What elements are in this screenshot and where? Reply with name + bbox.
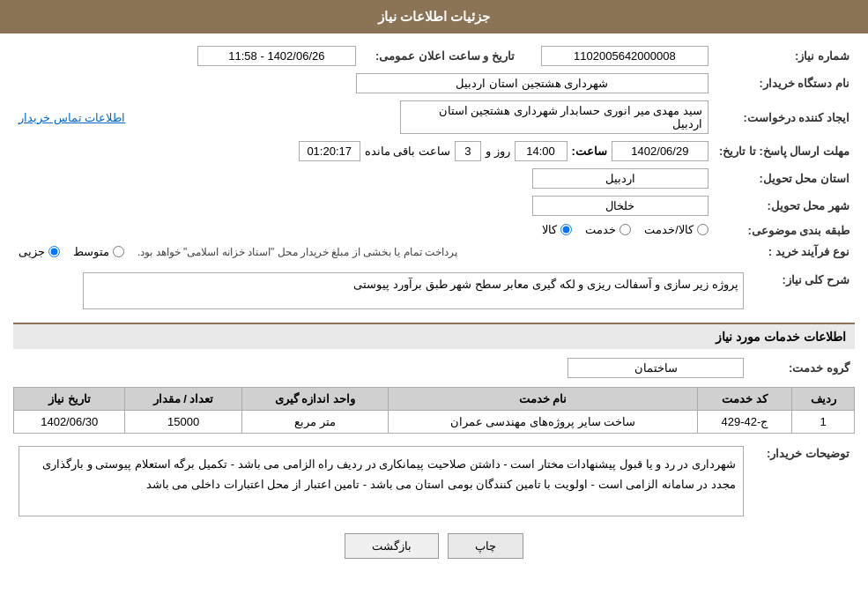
service-group-label: گروه خدمت: [749,354,855,382]
category-label: طبقه بندی موضوعی: [714,219,855,241]
need-number-value: 1102005642000008 [541,46,708,66]
contact-link[interactable]: اطلاعات تماس خریدار [19,111,125,124]
col-unit: واحد اندازه گیری [241,388,389,411]
deadline-time-label: ساعت: [572,145,607,158]
province-value: اردبیل [532,168,708,189]
need-number-label: شماره نیاز: [714,42,855,70]
need-description-textarea[interactable] [83,272,744,309]
buttons-row: چاپ بازگشت [13,533,855,559]
deadline-days: 3 [455,141,481,161]
deadline-date: 1402/06/29 [612,141,708,161]
deadline-days-label: روز و [486,145,510,158]
col-quantity: تعداد / مقدار [125,388,241,411]
city-value: خلخال [532,196,708,216]
city-label: شهر محل تحویل: [714,192,855,219]
buyer-org-value: شهرداری هشتجین استان اردبیل [356,73,708,93]
page-title: جزئیات اطلاعات نیاز [378,9,490,24]
purchase-type-jozi[interactable]: جزیی [19,245,60,258]
need-description-label: شرح کلی نیاز: [749,269,855,316]
table-row: 1ج-42-429ساخت سایر پروژه‌های مهندسی عمرا… [14,411,855,434]
purchase-type-label: نوع فرآیند خرید : [714,241,855,262]
deadline-remaining: 01:20:17 [299,141,360,161]
back-button[interactable]: بازگشت [345,533,439,559]
creator-value: سید مهدی میر انوری حسابدار شهرداری هشتجی… [400,100,708,134]
services-table: ردیف کد خدمت نام خدمت واحد اندازه گیری ت… [13,387,855,434]
announce-date-label: تاریخ و ساعت اعلان عمومی: [361,42,520,70]
col-service-code: کد خدمت [697,388,792,411]
purchase-type-radio-group: متوسط جزیی [19,245,124,258]
category-option-khedmat[interactable]: خدمت [585,223,631,236]
services-section-header: اطلاعات خدمات مورد نیاز [13,323,855,349]
announce-date-value: 1402/06/26 - 11:58 [197,46,356,66]
notes-label: توضیحات خریدار: [749,442,855,520]
service-group-value: ساختمان [568,358,744,378]
col-date: تاریخ نیاز [14,388,125,411]
deadline-time: 14:00 [515,141,568,161]
print-button[interactable]: چاپ [448,533,523,559]
notes-value: شهرداری در رد و یا قبول پیشنهادات مختار … [19,446,744,516]
deadline-label: مهلت ارسال پاسخ: تا تاریخ: [714,137,855,165]
notes-text: شهرداری در رد و یا قبول پیشنهادات مختار … [42,457,736,491]
buyer-org-label: نام دستگاه خریدار: [714,70,855,97]
purchase-type-motevaset[interactable]: متوسط [73,245,124,258]
creator-label: ایجاد کننده درخواست: [714,97,855,137]
page-header: جزئیات اطلاعات نیاز [0,0,868,33]
purchase-type-note: پرداخت تمام یا بخشی از مبلغ خریدار محل "… [137,246,457,258]
col-rownum: ردیف [792,388,855,411]
deadline-remaining-label: ساعت باقی مانده [365,145,450,158]
category-radio-group: کالا/خدمت خدمت کالا [542,223,708,236]
category-option-kala[interactable]: کالا [542,223,572,236]
province-label: استان محل تحویل: [714,165,855,192]
col-service-name: نام خدمت [389,388,697,411]
category-option-kala-khedmat[interactable]: کالا/خدمت [644,223,708,236]
